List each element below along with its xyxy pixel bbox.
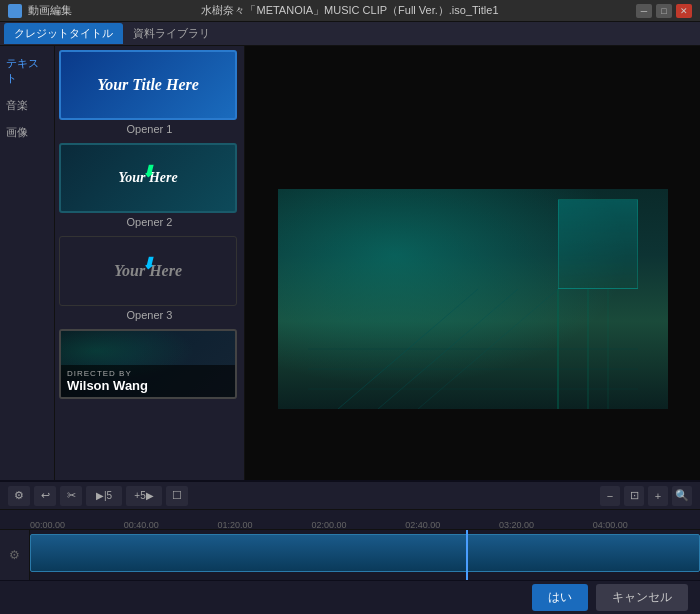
window-controls: ─ □ ✕ (636, 4, 692, 18)
timeline-ruler: 00:00.00 00:40.00 01:20.00 02:00.00 02:4… (0, 510, 700, 530)
template-thumb-1: Your Title Here (59, 50, 237, 120)
ruler-mark-1: 00:40.00 (124, 520, 159, 530)
template-title-1: Your Title Here (97, 76, 199, 94)
tab-library[interactable]: 資料ライブラリ (123, 23, 220, 44)
video-frame (278, 189, 668, 409)
window-title: 水樹奈々「METANOIA」MUSIC CLIP（Full Ver.）.iso_… (201, 3, 498, 18)
tab-credits[interactable]: クレジットタイトル (4, 23, 123, 44)
arrow-down-3-icon: ⬇ (141, 254, 154, 273)
bottom-bar: はい キャンセル (0, 580, 700, 614)
ruler-mark-4: 02:40.00 (405, 520, 440, 530)
template-thumb-4: DIRECTED BY Wilson Wang (59, 329, 237, 399)
ruler-mark-2: 01:20.00 (218, 520, 253, 530)
ruler-mark-0: 00:00.00 (30, 520, 65, 530)
template-title-3: ⬇ Your Here (114, 262, 182, 280)
wilson-name: Wilson Wang (67, 378, 229, 393)
template-wilson[interactable]: DIRECTED BY Wilson Wang (59, 329, 240, 399)
ruler-mark-6: 04:00.00 (593, 520, 628, 530)
search-button[interactable]: 🔍 (672, 486, 692, 506)
track-clip (30, 534, 700, 572)
template-label-1: Opener 1 (59, 123, 240, 135)
app-icon (8, 4, 22, 18)
zoom-in-button[interactable]: + (648, 486, 668, 506)
template-thumb-3: ⬇ Your Here (59, 236, 237, 306)
video-container (245, 46, 700, 551)
title-bar-left: 動画編集 (8, 3, 72, 18)
timeline-btn-undo[interactable]: ↩ (34, 486, 56, 506)
playhead (466, 530, 468, 580)
timeline-btn-fwd5[interactable]: +5▶ (126, 486, 162, 506)
timeline-btn-split[interactable]: ☐ (166, 486, 188, 506)
minimize-button[interactable]: ─ (636, 4, 652, 18)
ok-button[interactable]: はい (532, 584, 588, 611)
maximize-button[interactable]: □ (656, 4, 672, 18)
close-button[interactable]: ✕ (676, 4, 692, 18)
app-name: 動画編集 (28, 3, 72, 18)
zoom-out-button[interactable]: − (600, 486, 620, 506)
timeline-btn-back5[interactable]: ▶|5 (86, 486, 122, 506)
wilson-text-overlay: DIRECTED BY Wilson Wang (61, 365, 235, 397)
tab-bar: クレジットタイトル 資料ライブラリ (0, 22, 700, 46)
stair-scene (278, 189, 668, 409)
wilson-scene-bg: DIRECTED BY Wilson Wang (61, 331, 235, 397)
template-thumb-2: ⬇ Your Here (59, 143, 237, 213)
sidebar-item-image[interactable]: 画像 (0, 119, 54, 146)
cancel-button[interactable]: キャンセル (596, 584, 688, 611)
template-title-2: ⬇ Your Here (118, 170, 178, 186)
template-opener2[interactable]: ⬇ Your Here Opener 2 (59, 143, 240, 228)
template-label-3: Opener 3 (59, 309, 240, 321)
template-opener1[interactable]: Your Title Here Opener 1 (59, 50, 240, 135)
ruler-mark-5: 03:20.00 (499, 520, 534, 530)
timeline-section: ⚙ ↩ ✂ ▶|5 +5▶ ☐ − ⊡ + 🔍 00:00.00 00:40.0… (0, 480, 700, 580)
template-opener3[interactable]: ⬇ Your Here Opener 3 (59, 236, 240, 321)
template-label-2: Opener 2 (59, 216, 240, 228)
zoom-fit-button[interactable]: ⊡ (624, 486, 644, 506)
stair-lines-svg (278, 229, 668, 409)
timeline-btn-settings[interactable]: ⚙ (8, 486, 30, 506)
timeline-tracks: ⚙ (0, 530, 700, 580)
track-icon: ⚙ (9, 548, 20, 562)
ruler-mark-3: 02:00.00 (311, 520, 346, 530)
directed-by-label: DIRECTED BY (67, 369, 229, 378)
arrow-down-icon: ⬇ (141, 162, 154, 181)
timeline-btn-cut[interactable]: ✂ (60, 486, 82, 506)
track-label-col: ⚙ (0, 530, 30, 580)
track-content[interactable] (30, 530, 700, 580)
sidebar-item-text[interactable]: テキスト (0, 50, 54, 92)
sidebar-item-music[interactable]: 音楽 (0, 92, 54, 119)
timeline-toolbar: ⚙ ↩ ✂ ▶|5 +5▶ ☐ − ⊡ + 🔍 (0, 482, 700, 510)
title-bar: 動画編集 水樹奈々「METANOIA」MUSIC CLIP（Full Ver.）… (0, 0, 700, 22)
